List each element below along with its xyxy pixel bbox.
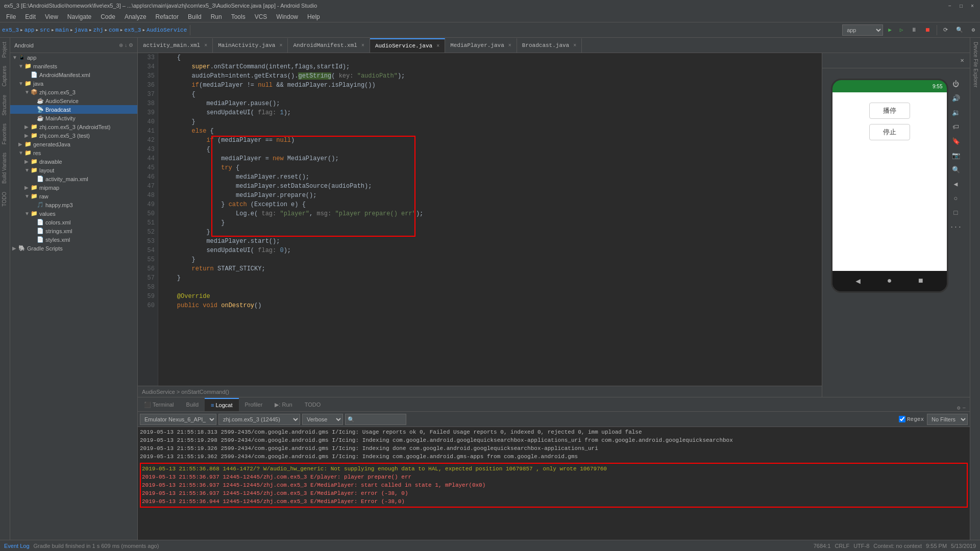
bottom-tab-profiler[interactable]: Profiler [239,398,269,411]
breadcrumb-ex53[interactable]: ex5_3 [124,27,141,33]
run-button[interactable]: ▶ [885,26,895,34]
tab-close-icon[interactable]: × [436,43,439,49]
tab-close-icon[interactable]: × [573,43,576,48]
menu-navigate[interactable]: Navigate [63,12,95,21]
bottom-tab-terminal[interactable]: ⬛ Terminal [138,398,180,411]
phone-play-stop-btn[interactable]: 播停 [869,103,910,119]
phone-recents-btn[interactable]: ■ [918,277,923,286]
tab-mainactivity[interactable]: MainActivity.java × [213,38,288,53]
close-button[interactable]: × [969,2,976,9]
volume-up-icon[interactable]: 🔊 [950,93,962,104]
filter-selector[interactable]: No Filters [927,414,968,425]
level-selector[interactable]: Verbose [302,414,343,425]
tab-androidmanifest[interactable]: AndroidManifest.xml × [288,38,370,53]
logcat-search-input[interactable] [345,414,406,425]
square-nav-icon[interactable]: □ [950,207,962,218]
menu-code[interactable]: Code [96,12,119,21]
maximize-button[interactable]: □ [958,2,965,9]
tree-item-broadcast[interactable]: 📡 Broadcast [10,105,137,114]
breadcrumb-app[interactable]: app [24,27,35,33]
search-button[interactable]: 🔍 [953,26,966,34]
debug-button[interactable]: ▷ [897,26,906,34]
tree-item-androidtest[interactable]: ▶ 📁 zhj.com.ex5_3 (AndroidTest) [10,122,137,131]
tree-item-raw[interactable]: ▼ 📁 raw [10,192,137,201]
tab-close-icon[interactable]: × [508,43,511,48]
tree-item-res[interactable]: ▼ 📁 res [10,148,137,157]
tab-broadcast[interactable]: Broadcast.java × [517,38,582,53]
pause-button[interactable]: ⏸ [908,26,920,34]
project-tool-tab[interactable]: Project [0,38,10,62]
tree-item-zhj-package[interactable]: ▼ 📦 zhj.com.ex5_3 [10,88,137,96]
more-icon[interactable]: ··· [950,221,962,233]
tree-item-app[interactable]: ▼ 📱 app [10,53,137,62]
volume-down-icon[interactable]: 🔉 [950,107,962,118]
breadcrumb-audioservice[interactable]: AudioService [146,27,187,33]
menu-window[interactable]: Window [272,12,302,21]
breadcrumb-com[interactable]: com [109,27,119,33]
phone-back-btn[interactable]: ◀ [855,276,861,286]
tree-item-colors-xml[interactable]: 📄 colors.xml [10,218,137,227]
phone-stop-btn[interactable]: 停止 [869,124,910,140]
bottom-settings-icon[interactable]: ⚙ [957,405,961,411]
breadcrumb-zhj[interactable]: zhj [93,27,104,33]
tree-item-audioservice[interactable]: ☕ AudioService [10,96,137,105]
menu-help[interactable]: Help [303,12,324,21]
tree-item-layout[interactable]: ▼ 📁 layout [10,166,137,174]
tree-item-activity-main-xml[interactable]: 📄 activity_main.xml [10,174,137,183]
bottom-tab-build[interactable]: Build [180,398,205,411]
tree-item-styles-xml[interactable]: 📄 styles.xml [10,235,137,244]
tree-item-happy-mp3[interactable]: 🎵 happy.mp3 [10,201,137,209]
tree-item-mainactivity[interactable]: ☕ MainActivity [10,114,137,122]
device-selector[interactable]: Emulator Nexus_6_API_ [140,414,216,425]
todo-tool-tab[interactable]: TODO [0,188,10,211]
menu-tools[interactable]: Tools [227,12,250,21]
regex-checkbox[interactable] [899,416,905,422]
settings-button[interactable]: ⚙ [968,26,978,34]
run-config-selector[interactable]: app [842,24,883,36]
code-editor[interactable]: 3334353637 3839404142 4344454647 4849505… [138,53,822,386]
breadcrumb-main[interactable]: main [56,27,69,33]
phone-close-button[interactable]: ✕ [957,55,968,66]
logcat-output[interactable]: 2019-05-13 21:55:18.313 2599-2435/com.go… [138,427,970,540]
tree-item-manifests[interactable]: ▼ 📁 manifests [10,62,137,70]
phone-home-btn[interactable]: ● [887,277,892,286]
event-log-link[interactable]: Event Log [4,543,30,549]
tree-item-mipmap[interactable]: ▶ 📁 mipmap [10,183,137,192]
menu-run[interactable]: Run [207,12,226,21]
bottom-more-icon[interactable]: − [962,405,966,411]
bottom-tab-run[interactable]: ▶: Run [268,398,298,411]
tab-close-icon[interactable]: × [204,43,207,48]
tree-item-strings-xml[interactable]: 📄 strings.xml [10,227,137,235]
tab-activity-main-xml[interactable]: activity_main.xml × [138,38,213,53]
tree-item-values[interactable]: ▼ 📁 values [10,209,137,218]
tab-mediaplayer[interactable]: MediaPlayer.java × [445,38,517,53]
minimize-button[interactable]: − [946,2,953,9]
menu-refactor[interactable]: Refactor [152,12,183,21]
tab-audioservice[interactable]: AudioService.java × [370,38,445,53]
tree-item-androidmanifest[interactable]: 📄 AndroidManifest.xml [10,70,137,79]
menu-edit[interactable]: Edit [21,12,40,21]
zoom-in-icon[interactable]: 🔍 [950,164,962,176]
menu-analyze[interactable]: Analyze [120,12,151,21]
circle-nav-icon[interactable]: ○ [950,193,962,204]
tab-close-icon[interactable]: × [279,43,282,48]
stop-button[interactable]: ⏹ [922,26,934,34]
tree-item-test[interactable]: ▶ 📁 zhj.com.ex5_3 (test) [10,131,137,140]
bottom-tab-logcat[interactable]: ≡ Logcat [205,398,238,411]
tree-item-gradle-scripts[interactable]: ▶ 🐘 Gradle Scripts [10,244,137,253]
build-variants-tool-tab[interactable]: Build Variants [0,148,10,188]
favorites-tool-tab[interactable]: Favorites [0,119,10,148]
menu-file[interactable]: File [2,12,20,21]
bottom-tab-todo[interactable]: TODO [299,398,327,411]
menu-build[interactable]: Build [184,12,206,21]
breadcrumb-ex5[interactable]: ex5_3 [2,27,19,33]
captures-tool-tab[interactable]: Captures [0,62,10,91]
menu-view[interactable]: View [41,12,62,21]
menu-vcs[interactable]: VCS [251,12,272,21]
sync-button[interactable]: ⟳ [940,26,951,34]
package-selector[interactable]: zhj.com.ex5_3 (12445) [218,414,300,425]
breadcrumb-java[interactable]: java [75,27,88,33]
camera-icon[interactable]: 📷 [950,150,962,161]
tree-item-java[interactable]: ▼ 📁 java [10,79,137,88]
tree-item-generatedjava[interactable]: ▶ 📁 generatedJava [10,140,137,148]
